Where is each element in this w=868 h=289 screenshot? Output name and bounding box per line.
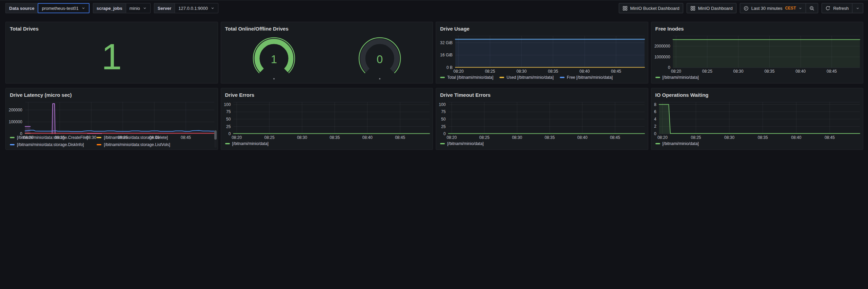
data-source-select[interactable]: prometheus-test01 (38, 3, 89, 13)
series-color-swatch (655, 77, 660, 78)
gauge-value: 0 (377, 53, 383, 66)
svg-text:08:25: 08:25 (479, 135, 490, 140)
panel-drive-latency: Drive Latency (micro sec) 01000002000000… (5, 88, 218, 150)
variable-server: Server 127.0.0.1:9000 (154, 3, 218, 13)
svg-text:08:45: 08:45 (824, 135, 834, 140)
svg-text:1000000: 1000000 (654, 55, 670, 59)
svg-text:08:45: 08:45 (611, 69, 621, 74)
svg-text:0: 0 (654, 131, 656, 136)
gauge-row: 1 0 (221, 33, 433, 83)
variable-scrape-jobs: scrape_jobs minio (93, 3, 151, 13)
refresh-label: Refresh (833, 6, 849, 11)
svg-text:08:45: 08:45 (395, 135, 405, 140)
legend-item[interactable]: Total [/bitnami/minio/data] (440, 75, 493, 80)
panel-title: Drive Timeout Errors (436, 88, 648, 100)
svg-text:25: 25 (441, 124, 446, 129)
series-label: [/bitnami/minio/data] (447, 141, 484, 146)
series-color-swatch (225, 143, 230, 144)
clock-icon (744, 6, 749, 11)
chart-svg: 025507510008:2008:2508:3008:3508:4008:45 (221, 100, 433, 140)
gauge-chart: 1 (245, 35, 303, 82)
panel-title: Total Online/Offline Drives (221, 22, 433, 33)
svg-text:100: 100 (439, 102, 446, 107)
chevron-down-icon (211, 6, 215, 10)
svg-text:08:40: 08:40 (577, 135, 588, 140)
refresh-interval-dropdown[interactable] (852, 3, 863, 13)
search-minus-icon (809, 6, 814, 11)
time-series-plot[interactable]: 01000000200000008:2008:2508:3008:3508:40… (651, 33, 863, 74)
chart-legend: Total [/bitnami/minio/data]Used [/bitnam… (436, 74, 648, 83)
svg-text:0: 0 (668, 65, 670, 70)
legend-scrollbar-thumb[interactable] (214, 130, 217, 140)
legend-item[interactable]: [/bitnami/minio/data] (655, 141, 699, 146)
legend-item[interactable]: [/bitnami/minio/data] (655, 75, 699, 80)
svg-text:08:20: 08:20 (657, 135, 667, 140)
refresh-button[interactable]: Refresh (822, 3, 852, 13)
svg-text:08:25: 08:25 (702, 69, 712, 74)
legend-item[interactable]: [/bitnami/minio/data:storage.ListVols] (97, 142, 170, 147)
svg-text:100: 100 (224, 102, 231, 107)
series-label: [/bitnami/minio/data:storage.ListVols] (104, 142, 170, 147)
svg-text:08:20: 08:20 (447, 135, 457, 140)
gauge-cell: 1 (245, 35, 303, 82)
svg-text:08:35: 08:35 (757, 135, 768, 140)
svg-text:08:35: 08:35 (764, 69, 774, 74)
series-color-swatch (10, 144, 15, 145)
series-color-swatch (655, 143, 660, 144)
chart-legend: [/bitnami/minio/data] (651, 74, 863, 83)
chart-legend: [/bitnami/minio/data] (651, 140, 863, 149)
svg-text:08:30: 08:30 (512, 135, 522, 140)
svg-text:08:25: 08:25 (691, 135, 701, 140)
gauge-chart: 0 (351, 35, 409, 82)
panel-drive-errors: Drive Errors 025507510008:2008:2508:3008… (221, 88, 433, 150)
legend-item[interactable]: [/bitnami/minio/data:storage.Delete] (97, 135, 170, 140)
data-source-label: Data source (5, 3, 38, 13)
chevron-down-icon (856, 6, 860, 10)
series-label: [/bitnami/minio/data] (663, 75, 699, 80)
panel-drive-usage: Drive Usage 0 B16 GiB32 GiB08:2008:2508:… (436, 22, 648, 84)
time-series-plot[interactable]: 0246808:2008:2508:3008:3508:4008:45 (651, 100, 863, 140)
svg-text:08:40: 08:40 (791, 135, 801, 140)
legend-item[interactable]: Used [/bitnami/minio/data] (499, 75, 554, 80)
svg-text:08:40: 08:40 (362, 135, 372, 140)
series-color-swatch (499, 77, 504, 78)
variable-data-source: Data source prometheus-test01 (5, 3, 90, 13)
chart-legend: [/bitnami/minio/data] (221, 140, 433, 149)
time-range-picker[interactable]: Last 30 minutes CEST (740, 3, 806, 13)
svg-text:100000: 100000 (9, 120, 22, 124)
svg-text:0: 0 (443, 131, 446, 136)
time-series-plot[interactable]: 010000020000008:2008:2508:3008:3508:4008… (6, 100, 218, 134)
series-color-swatch (97, 144, 101, 145)
legend-item[interactable]: Free [/bitnami/minio/data] (560, 75, 613, 80)
minio-dashboard-label: MinIO Dashboard (698, 6, 733, 11)
series-label: [/bitnami/minio/data] (232, 141, 269, 146)
panel-drive-timeout-errors: Drive Timeout Errors 025507510008:2008:2… (436, 88, 648, 150)
panel-free-inodes: Free Inodes 01000000200000008:2008:2508:… (651, 22, 864, 84)
legend-item[interactable]: [/bitnami/minio/data] (225, 141, 269, 146)
minio-dashboard-button[interactable]: MinIO Dashboard (687, 3, 736, 13)
zoom-out-time-button[interactable] (806, 3, 818, 13)
chart-svg: 010000020000008:2008:2508:3008:3508:4008… (6, 100, 218, 140)
chart-legend: [/bitnami/minio/data:storage.CreateFile]… (6, 134, 218, 149)
svg-text:50: 50 (441, 117, 446, 122)
server-select[interactable]: 127.0.0.1:9000 (175, 3, 218, 13)
legend-item[interactable]: [/bitnami/minio/data:storage.DiskInfo] (10, 142, 88, 147)
legend-item[interactable]: [/bitnami/minio/data] (440, 141, 484, 146)
legend-scrollbar[interactable] (214, 130, 217, 148)
panel-total-online-offline-drives: Total Online/Offline Drives 1 0 (221, 22, 433, 84)
minio-bucket-dashboard-label: MinIO Bucket Dashboard (630, 6, 679, 11)
svg-text:50: 50 (226, 117, 231, 122)
svg-text:08:35: 08:35 (545, 135, 555, 140)
series-label: [/bitnami/minio/data:storage.DiskInfo] (17, 142, 84, 147)
scrape-jobs-select[interactable]: minio (126, 3, 151, 13)
svg-text:32 GiB: 32 GiB (440, 40, 453, 45)
svg-text:0 B: 0 B (447, 65, 453, 70)
svg-text:08:30: 08:30 (297, 135, 307, 140)
chart-svg: 025507510008:2008:2508:3008:3508:4008:45 (436, 100, 648, 140)
time-series-plot[interactable]: 025507510008:2008:2508:3008:3508:4008:45 (221, 100, 433, 140)
minio-bucket-dashboard-button[interactable]: MinIO Bucket Dashboard (619, 3, 683, 13)
time-series-plot[interactable]: 0 B16 GiB32 GiB08:2008:2508:3008:3508:40… (436, 33, 648, 74)
legend-item[interactable]: [/bitnami/minio/data:storage.CreateFile] (10, 135, 88, 140)
time-series-plot[interactable]: 025507510008:2008:2508:3008:3508:4008:45 (436, 100, 648, 140)
gauge-value: 1 (271, 53, 277, 66)
